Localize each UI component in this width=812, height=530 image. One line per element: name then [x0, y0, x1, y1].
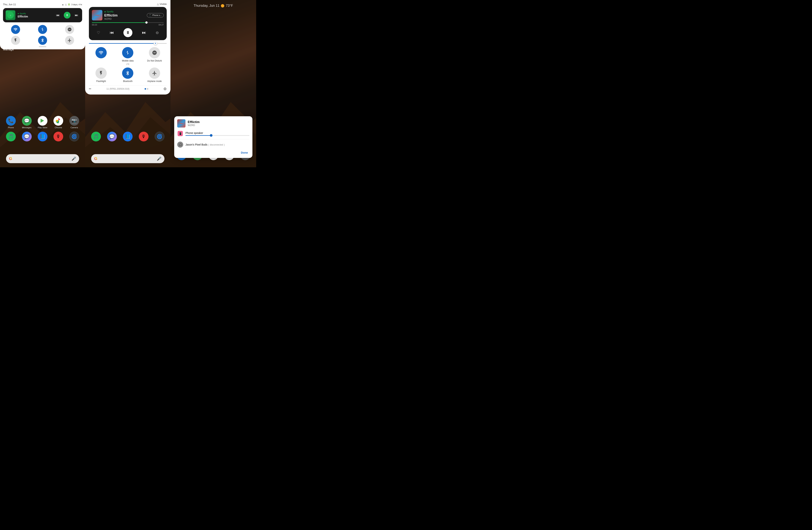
bluetooth-tile-icon-left[interactable]	[38, 36, 47, 45]
spotify-app-left[interactable]: 🎵	[6, 132, 16, 141]
audio-popup-header: WZRD Efflictim WZRD	[177, 119, 249, 128]
minus-button[interactable]: ⊖	[156, 30, 159, 35]
tile-wifi-full[interactable]	[89, 47, 113, 65]
next-button-middle[interactable]: ⏭	[142, 30, 146, 35]
qs-tiles-left	[3, 25, 82, 45]
heart-button[interactable]: ♡	[97, 30, 100, 35]
flashlight-icon-full[interactable]	[96, 68, 107, 79]
prev-button-middle[interactable]: ⏮	[110, 30, 114, 35]
chrome-app-left[interactable]: Chrome	[54, 116, 63, 129]
time-total: 04:27	[158, 24, 164, 26]
phone-app-left[interactable]: 📞 Phone	[6, 116, 16, 129]
play-pause-button-left[interactable]: ⏸	[64, 12, 71, 18]
chrome-label-left: Chrome	[55, 126, 62, 129]
play-pause-button-middle[interactable]: ⏸	[124, 28, 132, 37]
playstore-app-left[interactable]: Play Store	[38, 116, 47, 129]
tile-flashlight-full[interactable]: Flashlight	[89, 68, 113, 83]
messages-app-left[interactable]: 💬 Messages	[22, 116, 32, 129]
phone-icon-left[interactable]: 📞	[6, 116, 16, 126]
camera-label-left: Camera	[71, 126, 78, 129]
next-button-left[interactable]: ⏭	[73, 12, 79, 18]
spotify-app-middle[interactable]: 🎵	[91, 132, 101, 141]
recorder-app-middle[interactable]: 🎙	[139, 132, 148, 141]
prev-button-left[interactable]: ⏮	[55, 12, 61, 18]
data-tile-icon-left[interactable]	[38, 25, 47, 34]
airplane-icon-full[interactable]	[149, 68, 160, 79]
tile-bluetooth-left[interactable]	[30, 36, 55, 45]
messenger-icon-middle[interactable]: 💬	[107, 132, 117, 141]
google-g-icon-middle: G	[94, 156, 97, 161]
wifi-icon-small: ▲	[62, 3, 64, 5]
messenger-app-middle[interactable]: 💬	[107, 132, 117, 141]
phone-label-left: Phone	[8, 126, 14, 129]
messenger-icon-left[interactable]: 💬	[22, 132, 32, 141]
search-bar-left[interactable]: G 🎤	[6, 154, 79, 163]
brightness-slider[interactable]	[89, 43, 167, 44]
facebook-app-middle[interactable]: 📘	[123, 132, 133, 141]
tile-airplane-left[interactable]	[57, 36, 82, 45]
spotify-icon-middle[interactable]: 🎵	[91, 132, 101, 141]
recorder-app-left[interactable]: 🎙	[54, 132, 63, 141]
progress-bar[interactable]	[92, 22, 164, 23]
status-icons-left: ▲ △ 🔋 3 days, 4 hr	[62, 3, 82, 5]
unknown-app-left[interactable]: 🌀	[69, 132, 79, 141]
tile-flashlight-left[interactable]	[3, 36, 28, 45]
edit-icon[interactable]: ✏	[89, 87, 91, 90]
album-art-left: ♫	[5, 10, 15, 20]
flashlight-tile-icon-left[interactable]	[11, 36, 20, 45]
volume-slider[interactable]	[186, 135, 249, 136]
time-row: 03:23 04:27	[92, 24, 164, 26]
facebook-icon-middle[interactable]: 📘	[123, 132, 133, 141]
screen-middle: △ Visible WZRD ● Spotify Efflictim WZRD	[85, 0, 171, 167]
settings-gear-icon[interactable]: ⚙	[163, 87, 167, 91]
airplane-tile-icon-left[interactable]	[65, 36, 74, 45]
audio-output-popup: WZRD Efflictim WZRD 📱 Phone speaker	[174, 116, 252, 158]
messages-icon-left[interactable]: 💬	[22, 116, 32, 126]
phone-speaker-name: Phone speaker	[186, 131, 249, 134]
phone-speaker-info: Phone speaker	[186, 131, 249, 136]
right-date-display: Thursday, Jun 11 73°F	[171, 4, 256, 8]
facebook-icon-left[interactable]: 📘	[38, 132, 47, 141]
recorder-icon-middle[interactable]: 🎙	[139, 132, 148, 141]
tile-dnd-left[interactable]	[57, 25, 82, 34]
spotify-card-full[interactable]: WZRD ● Spotify Efflictim WZRD 📱 Phone s.…	[89, 7, 167, 40]
camera-icon-left[interactable]: 📷	[69, 116, 79, 126]
media-card-left[interactable]: ♫ ● Spotify Efflictim ⏮ ⏸ ⏭	[3, 8, 82, 22]
flashlight-label-full: Flashlight	[96, 80, 106, 83]
tile-data-full[interactable]: Mobile data LTE	[116, 47, 140, 65]
quick-settings-panel-left: Thu, Jun 11 ▲ △ 🔋 3 days, 4 hr ♫ ● Spoti…	[0, 0, 85, 49]
bluetooth-icon-full[interactable]	[122, 68, 133, 79]
output-label: Phone s...	[152, 14, 162, 16]
tile-dnd-full[interactable]: Do Not Disturb	[142, 47, 167, 65]
spotify-app-name: Spotify	[106, 10, 114, 13]
dnd-icon-full[interactable]	[149, 47, 160, 58]
messenger-app-left[interactable]: 💬	[22, 132, 32, 141]
phone-speaker-icon: 📱	[177, 130, 183, 137]
recorder-icon-left[interactable]: 🎙	[54, 132, 63, 141]
playstore-label-left: Play Store	[38, 126, 47, 129]
output-button[interactable]: 📱 Phone s...	[147, 13, 164, 17]
messages-label-left: Messages	[22, 126, 31, 129]
data-icon-full[interactable]	[122, 47, 133, 58]
unknown-icon-left[interactable]: 🌀	[69, 132, 79, 141]
unknown-icon-middle[interactable]: 🌀	[155, 132, 164, 141]
tile-data-left[interactable]	[30, 25, 55, 34]
spotify-icon-left[interactable]: 🎵	[6, 132, 16, 141]
tile-airplane-full[interactable]: Airplane mode	[142, 68, 167, 83]
tile-wifi-left[interactable]	[3, 25, 28, 34]
camera-app-left[interactable]: 📷 Camera	[69, 116, 79, 129]
unknown-app-middle[interactable]: 🌀	[155, 132, 164, 141]
dnd-tile-icon-left[interactable]	[65, 25, 74, 34]
playstore-icon-left[interactable]	[38, 116, 47, 126]
visible-label: Visible	[160, 3, 167, 5]
wifi-tile-icon-left[interactable]	[11, 25, 20, 34]
search-bar-middle[interactable]: G 🎤	[91, 154, 164, 163]
done-button[interactable]: Done	[240, 150, 250, 155]
chrome-icon-left[interactable]	[54, 116, 63, 126]
tile-bluetooth-full[interactable]: Bluetooth	[116, 68, 140, 83]
facebook-app-left[interactable]: 📘	[38, 132, 47, 141]
date-text-right: Thursday, Jun 11	[194, 4, 220, 8]
visible-button[interactable]: △ Visible	[157, 3, 167, 5]
data-label-full: Mobile data	[122, 59, 133, 62]
wifi-icon-full[interactable]	[96, 47, 107, 58]
